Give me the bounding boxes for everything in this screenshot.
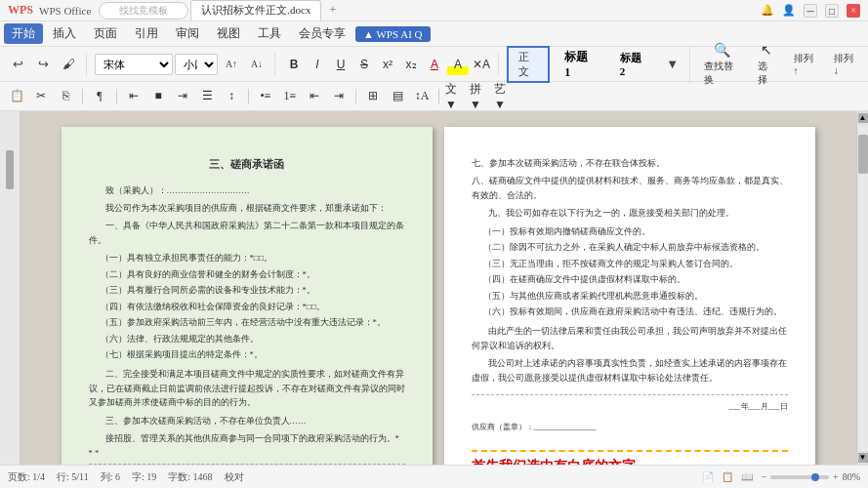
redo-button[interactable]: ↪ [31,53,55,76]
border-button[interactable]: ⊞ [362,86,384,107]
sort-asc-button[interactable]: 排列↑ [788,50,822,78]
align-right-button[interactable]: ⇥ [172,86,193,107]
zoom-in-button[interactable]: + [833,471,839,482]
pinyin-button[interactable]: 拼▼ [470,86,491,107]
view-read-icon[interactable]: 📖 [741,471,753,482]
menu-tools[interactable]: 工具 [250,23,289,44]
annotation-section: 首先我们选中有白底的文字 [472,450,788,465]
indent-increase-button[interactable]: ⇥ [328,86,350,107]
align-center-button[interactable]: ■ [147,86,169,107]
subscript-button[interactable]: x₂ [400,54,422,75]
new-tab-button[interactable]: + [323,1,342,20]
para-1: 致（采购人）：………………………… [89,183,405,197]
item-1-2: （二）具有良好的商业信誉和健全的财务会计制度：*。 [89,267,405,281]
zoom-control[interactable]: − + 80% [761,471,860,482]
para-4: 二、完全接受和满足本项目磋商文件中规定的实质性要求，如对磋商文件有异议，已在磋商… [89,367,405,409]
styles-expand-button[interactable]: ▼ [662,53,683,76]
main-toolbar: ↩ ↪ 🖌 宋体 小四 A↑ A↓ B I U S x² x₂ A A ✕A 正… [0,47,868,82]
page-right: 七、参加本次磋商采购活动，不存在联合体投标。 八、磋商确应文件中提供的提供材料和… [444,127,815,465]
undo-redo-group: ↩ ↪ 🖌 [6,53,87,76]
scroll-down-button[interactable]: ▼ [858,453,868,463]
view-print-icon[interactable]: 📋 [722,471,733,482]
align-left-button[interactable]: ⇤ [123,86,145,107]
bullets-button[interactable]: •≡ [255,86,276,107]
proofread-label[interactable]: 校对 [225,470,244,484]
bold-button[interactable]: B [283,54,305,75]
decrease-font-button[interactable]: A↓ [245,53,269,76]
user-icon[interactable]: 👤 [782,4,796,17]
font-color-button[interactable]: A [424,54,445,75]
title-tabs: 找找竞模板 认识招标文件正文.docx + [99,0,342,20]
document-scroll-area[interactable]: 三、磋商承诺函 致（采购人）：………………………… 我公司作为本次采购项目的供应… [20,111,856,465]
clear-format-button[interactable]: ✕A [471,54,492,75]
cursor-icon: ↖ [761,42,772,59]
wps-ai-button[interactable]: ▲ WPS AI Q [355,26,431,42]
zoom-out-button[interactable]: − [761,471,766,482]
paste-button[interactable]: 📋 [6,86,27,107]
vertical-scrollbar[interactable]: ▲ ▼ [856,111,868,465]
sort-desc-button[interactable]: 排列↓ [828,50,862,78]
maximize-button[interactable]: □ [825,4,839,18]
justify-button[interactable]: ☰ [196,86,218,107]
scroll-thumb[interactable] [858,135,868,174]
para-6: 接招股、管理关系的其他供应商参与同一合同项下的政府采购活动的行为。* * * [89,431,405,460]
close-button[interactable]: × [847,4,860,18]
undo-button[interactable]: ↩ [6,53,29,76]
para-5: 三、参加本次磋商采购活动，不存在单位负责人…… [89,414,405,427]
font-family-select[interactable]: 宋体 [95,54,173,75]
paragraph-marks-button[interactable]: ¶ [89,86,110,107]
font-size-select[interactable]: 小四 [175,54,218,75]
page-handle[interactable] [6,150,14,189]
menu-review[interactable]: 审阅 [168,23,207,44]
format-group: B I U S x² x₂ A A ✕A [283,54,499,75]
increase-font-button[interactable]: A↑ [220,53,243,76]
menu-start[interactable]: 开始 [4,23,43,44]
minimize-button[interactable]: ─ [804,4,817,18]
select-button[interactable]: ↖ 选择 [752,40,782,89]
page-count: 页数: 1/4 [8,470,45,484]
numbering-button[interactable]: 1≡ [279,86,301,107]
italic-button[interactable]: I [307,54,328,75]
copy-button[interactable]: ⎘ [55,86,76,107]
menu-insert[interactable]: 插入 [45,23,84,44]
menu-view[interactable]: 视图 [209,23,248,44]
style-heading2[interactable]: 标题 2 [609,48,658,80]
shading-button[interactable]: ▤ [387,86,408,107]
item-1-1: （一）具有独立承担民事责任的能力：*□□。 [89,251,405,264]
find-replace-button[interactable]: 🔍 查找替换 [698,40,746,89]
view-normal-icon[interactable]: 📄 [702,471,714,482]
highlight-button[interactable]: A [447,54,469,75]
item-1-7: （七）根据采购项目提出的特定条件：*。 [89,347,405,361]
separator-3 [248,89,249,104]
item-1-6: （六）法律、行政法规规定的其他条件。 [89,332,405,346]
strikethrough-button[interactable]: S [353,54,375,75]
word-count: 字数: 1468 [168,470,212,484]
menu-vip[interactable]: 会员专享 [291,23,353,44]
style-heading1[interactable]: 标题 1 [554,46,604,83]
r-item-9-6: （六）投标有效期间，供应商在政府采购活动中有违法、违纪、违规行为的。 [472,305,788,318]
chinese-format-button[interactable]: 文▼ [445,86,467,107]
office-label: WPS Office [39,5,91,17]
file-tab[interactable]: 认识招标文件正文.docx [190,0,321,20]
zoom-thumb [811,473,819,481]
sort-desc-label: 排列↓ [834,52,856,76]
indent-decrease-button[interactable]: ⇤ [304,86,325,107]
scroll-up-button[interactable]: ▲ [858,113,868,123]
menu-page[interactable]: 页面 [86,23,125,44]
cut-button[interactable]: ✂ [30,86,52,107]
word-art-button[interactable]: 艺▼ [494,86,516,107]
menu-reference[interactable]: 引用 [127,23,166,44]
underline-button[interactable]: U [330,54,351,75]
format-painter-button[interactable]: 🖌 [57,53,80,76]
search-box[interactable]: 找找竞模板 [99,2,188,20]
line-spacing-button[interactable]: ↕ [221,86,242,107]
r-item-9-5: （五）与其他供应商或者采购代理机构恶意串通投标的。 [472,289,788,303]
sort-asc-label: 排列↑ [794,52,816,76]
notify-icon[interactable]: 🔔 [761,4,774,17]
zoom-slider[interactable] [770,475,829,479]
superscript-button[interactable]: x² [377,54,398,75]
left-margin [0,111,20,465]
r-item-9-3: （三）无正当理由，拒不按磋商文件的规定与采购人签订合同的。 [472,257,788,270]
sort-button[interactable]: ↕A [411,86,433,107]
style-normal[interactable]: 正文 [507,46,550,83]
